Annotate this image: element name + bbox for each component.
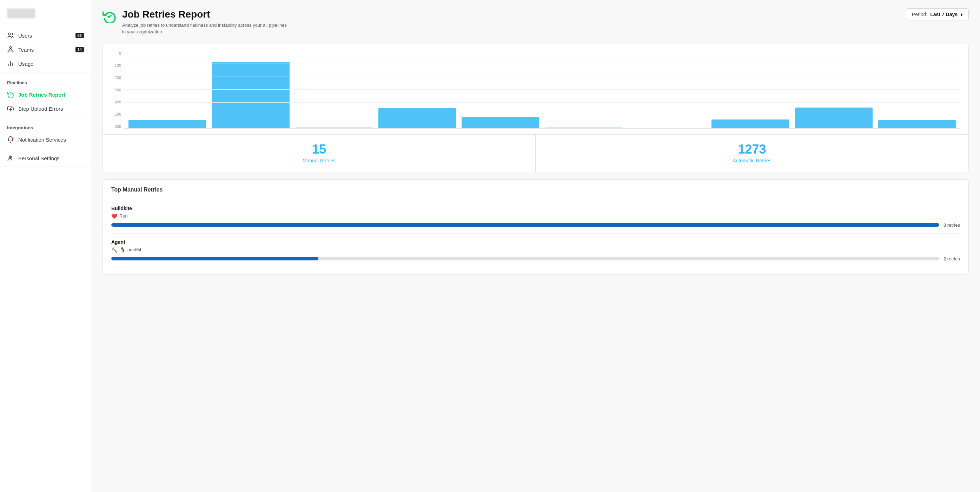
sidebar-item-notification-services[interactable]: Notification Services — [0, 133, 91, 147]
bar-2 — [295, 128, 373, 128]
retry-bar-bg-buildkite — [111, 223, 939, 227]
pipelines-header: Pipelines — [0, 75, 91, 88]
retries-icon — [7, 91, 14, 98]
bar-item-1 — [212, 62, 289, 128]
bar-item-2 — [295, 128, 373, 128]
bar-item-0 — [129, 120, 206, 128]
page-title-icon — [102, 9, 116, 26]
svg-point-0 — [8, 33, 11, 35]
bar-7 — [711, 120, 789, 128]
chevron-down-icon: ▾ — [960, 11, 963, 17]
top-manual-retries-card: Top Manual Retries Buildkite ❤️ Run 8 re… — [102, 179, 969, 275]
sidebar-item-usage[interactable]: Usage — [0, 57, 91, 70]
sidebar-item-notification-label: Notification Services — [18, 137, 66, 143]
chart-area — [124, 51, 960, 129]
period-label: Period: — [912, 11, 928, 17]
step-amd64-label: amd64 — [127, 247, 142, 252]
svg-point-10 — [10, 94, 11, 96]
chart-card: 600 500 400 300 200 100 0 — [102, 44, 969, 172]
y-label-600: 600 — [111, 125, 121, 129]
step-linux-icon: 🐧 — [119, 247, 125, 253]
sidebar-logo — [0, 6, 91, 24]
svg-point-1 — [10, 47, 11, 48]
svg-point-13 — [9, 156, 12, 158]
sidebar-item-job-retries[interactable]: Job Retries Report — [0, 88, 91, 102]
sidebar-section-org: Users 56 Teams 14 — [0, 27, 91, 72]
period-value: Last 7 Days — [930, 11, 958, 17]
sidebar-item-users[interactable]: Users 56 — [0, 29, 91, 43]
bar-item-4 — [461, 117, 539, 128]
retry-item-buildkite: Buildkite ❤️ Run 8 retries — [111, 200, 960, 234]
logo-image — [7, 8, 35, 18]
y-label-500: 500 — [111, 112, 121, 116]
retry-count-agent: 2 retries — [943, 256, 960, 262]
retries-card-title: Top Manual Retries — [111, 187, 960, 193]
bar-item-8 — [795, 107, 872, 128]
notification-icon — [7, 136, 14, 143]
bar-1 — [212, 62, 289, 128]
teams-icon — [7, 46, 14, 53]
step-run-label: Run — [119, 213, 128, 219]
bar-4 — [461, 117, 539, 128]
teams-badge: 14 — [75, 47, 84, 53]
retry-count-buildkite: 8 retries — [943, 222, 960, 228]
bar-item-7 — [711, 120, 789, 128]
retry-pipeline-buildkite: Buildkite — [111, 206, 960, 211]
manual-retries-value: 15 — [111, 143, 527, 156]
sidebar-section-personal: Personal Settings — [0, 150, 91, 167]
upload-errors-icon — [7, 105, 14, 112]
page-title: Job Retries Report — [122, 8, 287, 21]
sidebar-item-usage-label: Usage — [18, 61, 33, 67]
automatic-retries-value: 1273 — [544, 143, 960, 156]
bar-item-5 — [545, 128, 622, 128]
retry-bar-row-agent: 2 retries — [111, 256, 960, 262]
bar-9 — [878, 120, 956, 128]
bar-item-9 — [878, 120, 956, 128]
retry-step-run: ❤️ Run — [111, 213, 960, 219]
svg-line-4 — [8, 48, 11, 51]
bar-item-3 — [379, 108, 456, 128]
sidebar-item-teams-label: Teams — [18, 47, 34, 53]
y-label-400: 400 — [111, 100, 121, 104]
sidebar-item-users-label: Users — [18, 33, 32, 39]
page-subtitle: Analyze job retries to understand flakin… — [122, 22, 287, 35]
users-icon — [7, 32, 14, 39]
sidebar-item-teams[interactable]: Teams 14 — [0, 43, 91, 57]
sidebar-item-job-retries-label: Job Retries Report — [18, 92, 65, 98]
manual-retries-label: Manual Retries — [111, 158, 527, 163]
svg-point-12 — [11, 137, 13, 139]
bar-0 — [129, 120, 206, 128]
retry-item-agent: Agent 🔨 🐧 amd64 2 retries — [111, 234, 960, 267]
sidebar-section-pipelines: Pipelines Job Retries Report Step Upload… — [0, 74, 91, 117]
y-label-200: 200 — [111, 75, 121, 80]
y-axis: 600 500 400 300 200 100 0 — [111, 51, 121, 129]
y-label-100: 100 — [111, 63, 121, 67]
automatic-retries-label: Automatic Retries — [544, 158, 960, 163]
bar-8 — [795, 107, 872, 128]
retry-step-amd64: 🔨 🐧 amd64 — [111, 247, 960, 253]
y-label-0: 0 — [111, 51, 121, 56]
sidebar-item-step-upload[interactable]: Step Upload Errors — [0, 102, 91, 116]
retry-bar-fill-buildkite — [111, 223, 939, 227]
sidebar-item-step-upload-label: Step Upload Errors — [18, 106, 63, 112]
usage-icon — [7, 60, 14, 67]
manual-retries-stat: 15 Manual Retries — [103, 134, 536, 172]
sidebar-item-personal-settings[interactable]: Personal Settings — [0, 151, 91, 165]
header-text: Job Retries Report Analyze job retries t… — [122, 8, 287, 35]
sidebar-item-personal-settings-label: Personal Settings — [18, 155, 60, 161]
page-header: Job Retries Report Analyze job retries t… — [102, 8, 969, 35]
bar-3 — [379, 108, 456, 128]
integrations-header: Integrations — [0, 120, 91, 133]
retry-pipeline-agent: Agent — [111, 239, 960, 245]
sidebar-section-integrations: Integrations Notification Services — [0, 119, 91, 148]
period-selector-button[interactable]: Period: Last 7 Days ▾ — [906, 8, 969, 21]
main-content: Job Retries Report Analyze job retries t… — [91, 0, 980, 492]
step-hammer-icon: 🔨 — [111, 247, 117, 253]
stats-row: 15 Manual Retries 1273 Automatic Retries — [103, 134, 969, 172]
header-left: Job Retries Report Analyze job retries t… — [102, 8, 287, 35]
automatic-retries-stat: 1273 Automatic Retries — [536, 134, 969, 172]
personal-settings-icon — [7, 155, 14, 162]
retry-bar-bg-agent — [111, 257, 939, 260]
chart-container: 600 500 400 300 200 100 0 — [103, 44, 969, 134]
y-label-300: 300 — [111, 88, 121, 92]
